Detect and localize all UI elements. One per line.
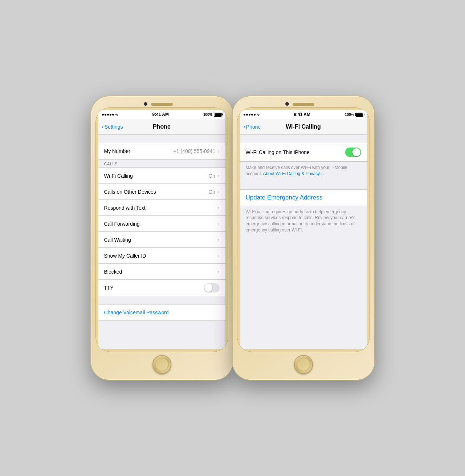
status-left-right: ∿ <box>244 113 260 117</box>
spacer-voicemail <box>98 296 225 304</box>
screen-wrapper-left: ∿ 9:41 AM 100% ‹ <box>98 110 225 349</box>
wifi-icon-right: ∿ <box>257 113 260 117</box>
back-chevron-left: ‹ <box>102 124 104 130</box>
spacer-emergency <box>240 181 367 189</box>
iphone-top-right <box>237 101 370 107</box>
wifi-calling-toggle[interactable] <box>345 148 361 157</box>
iphone-right: ∿ 9:41 AM 100% ‹ <box>233 96 374 380</box>
iphone-inner-left: ∿ 9:41 AM 100% ‹ <box>95 107 228 352</box>
calls-other-devices-label: Calls on Other Devices <box>104 189 209 195</box>
dot4 <box>110 114 111 116</box>
iphone-left: ∿ 9:41 AM 100% ‹ <box>91 96 233 380</box>
change-voicemail-row[interactable]: Change Voicemail Password <box>98 304 225 320</box>
back-button-left[interactable]: ‹ Settings <box>102 124 123 130</box>
spacer-top-right <box>240 135 367 143</box>
dot2 <box>105 114 106 116</box>
back-label-left: Settings <box>105 124 123 130</box>
battery-pct-left: 100% <box>203 113 213 117</box>
my-number-value: +1 (408) 555-0941 <box>174 148 216 154</box>
rdot1 <box>244 114 245 116</box>
update-emergency-section[interactable]: Update Emergency Address <box>240 189 367 206</box>
wifi-calling-toggle-knob <box>352 148 360 156</box>
calls-header: CALLS <box>98 160 225 168</box>
wifi-calling-toggle-row[interactable]: Wi-Fi Calling on This iPhone <box>240 143 367 162</box>
status-right-right: 100% <box>345 113 363 117</box>
wifi-icon-left: ∿ <box>115 113 118 117</box>
iphone-inner-right: ∿ 9:41 AM 100% ‹ <box>237 107 370 352</box>
change-voicemail-label: Change Voicemail Password <box>104 310 169 315</box>
wifi-calling-chevron: › <box>217 173 219 179</box>
wifi-calling-value: On <box>208 173 215 179</box>
status-bar-left: ∿ 9:41 AM 100% <box>98 110 225 119</box>
tty-label: TTY <box>104 285 204 291</box>
dot3 <box>107 114 109 116</box>
status-time-right: 9:41 AM <box>294 112 310 117</box>
calls-other-devices-chevron: › <box>217 189 219 195</box>
update-emergency-link[interactable]: Update Emergency Address <box>246 194 323 201</box>
wifi-calling-info-link[interactable]: About Wi-Fi Calling & Privacy… <box>263 171 325 176</box>
calls-other-devices-value: On <box>208 189 215 195</box>
calls-section: CALLS Wi-Fi Calling On › Cal <box>98 160 225 296</box>
call-waiting-chevron: › <box>217 237 219 243</box>
call-forwarding-row[interactable]: Call Forwarding › <box>98 216 225 232</box>
voicemail-section: Change Voicemail Password <box>98 304 225 321</box>
home-button-left[interactable] <box>152 355 171 374</box>
home-button-inner-right <box>297 358 310 371</box>
screen-right: ∿ 9:41 AM 100% ‹ <box>240 110 367 349</box>
wifi-calling-toggle-label: Wi-Fi Calling on This iPhone <box>246 149 345 155</box>
my-number-section: My Number +1 (408) 555-0941 › <box>98 143 225 160</box>
back-button-right[interactable]: ‹ Phone <box>244 124 261 130</box>
speaker-right <box>293 103 314 106</box>
signal-dots-right <box>244 114 256 116</box>
screen-wrapper-right: ∿ 9:41 AM 100% ‹ <box>240 110 367 349</box>
spacer-top-left <box>98 135 225 143</box>
call-waiting-row[interactable]: Call Waiting › <box>98 232 225 248</box>
calls-other-devices-row[interactable]: Calls on Other Devices On › <box>98 184 225 200</box>
iphone-top-left <box>95 101 228 107</box>
nav-bar-right: ‹ Phone Wi-Fi Calling <box>240 119 367 135</box>
caller-id-label: Show My Caller ID <box>104 253 218 259</box>
blocked-chevron: › <box>217 269 219 275</box>
emergency-info-text: Wi-Fi calling requires an address to hel… <box>240 206 367 238</box>
rdot5 <box>254 114 256 116</box>
speaker-left <box>151 103 173 106</box>
status-time-left: 9:41 AM <box>152 112 169 117</box>
home-button-right[interactable] <box>294 355 313 374</box>
tty-row[interactable]: TTY <box>98 280 225 296</box>
dot1 <box>102 114 104 116</box>
iphone-bottom-left <box>95 352 228 375</box>
back-chevron-right: ‹ <box>244 124 245 130</box>
battery-fill-right <box>356 113 363 116</box>
rdot4 <box>251 114 253 116</box>
screen-left: ∿ 9:41 AM 100% ‹ <box>98 110 225 349</box>
nav-title-right: Wi-Fi Calling <box>286 124 321 130</box>
screen-content-left: My Number +1 (408) 555-0941 › CALLS <box>98 135 225 349</box>
my-number-chevron: › <box>217 148 219 154</box>
tty-toggle[interactable] <box>204 283 220 293</box>
rdot3 <box>249 114 250 116</box>
respond-text-row[interactable]: Respond with Text › <box>98 200 225 216</box>
back-label-right: Phone <box>246 124 261 130</box>
wifi-calling-row[interactable]: Wi-Fi Calling On › <box>98 168 225 184</box>
status-right-left: 100% <box>203 113 222 117</box>
nav-bar-left: ‹ Settings Phone <box>98 119 225 135</box>
blocked-label: Blocked <box>104 269 218 275</box>
battery-fill-left <box>215 113 221 116</box>
signal-dots-left <box>102 114 114 116</box>
call-forwarding-label: Call Forwarding <box>104 221 218 227</box>
call-waiting-label: Call Waiting <box>104 237 218 243</box>
caller-id-row[interactable]: Show My Caller ID › <box>98 248 225 264</box>
status-bar-right: ∿ 9:41 AM 100% <box>240 110 367 119</box>
dot5 <box>112 114 114 116</box>
blocked-row[interactable]: Blocked › <box>98 264 225 280</box>
my-number-label: My Number <box>104 148 174 154</box>
rdot2 <box>246 114 248 116</box>
wifi-calling-info-text: Make and receive calls over Wi-Fi with y… <box>240 162 367 181</box>
battery-icon-right <box>355 113 363 117</box>
caller-id-chevron: › <box>217 253 219 259</box>
my-number-row[interactable]: My Number +1 (408) 555-0941 › <box>98 143 225 159</box>
calls-section-body: Wi-Fi Calling On › Calls on Other Device… <box>98 168 225 296</box>
status-left-left: ∿ <box>102 113 118 117</box>
iphone-bottom-right <box>237 352 370 375</box>
respond-text-chevron: › <box>217 205 219 211</box>
